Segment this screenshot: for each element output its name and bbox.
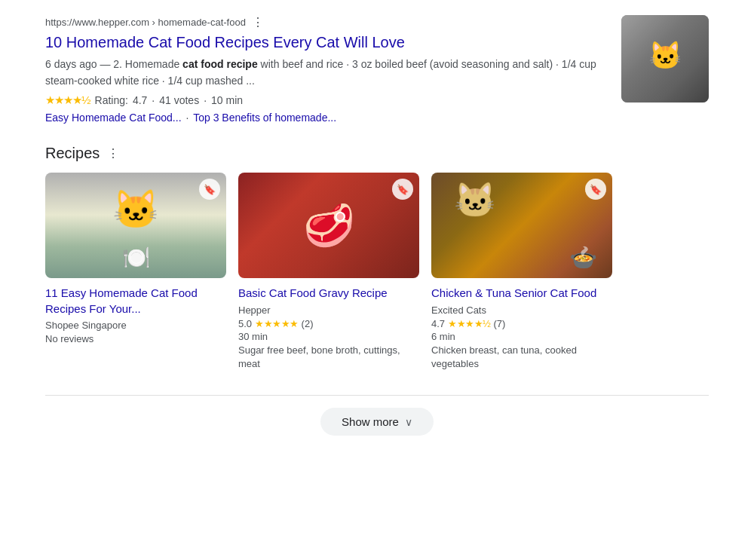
recipe-card-1[interactable]: 🔖 11 Easy Homemade Cat Food Recipes For …	[45, 173, 226, 371]
result-thumbnail[interactable]	[621, 15, 709, 103]
show-more-row: Show more ∨	[45, 395, 709, 436]
recipe-card-2-stars: ★★★★★	[255, 318, 299, 329]
chevron-down-icon: ∨	[405, 416, 412, 428]
recipe-card-2-ingredients: Sugar free beef, bone broth, cuttings, m…	[238, 344, 419, 371]
result-content: https://www.hepper.com › homemade-cat-fo…	[45, 15, 609, 124]
result-rating-row: ★★★★½ Rating: 4.7 · 41 votes · 10 min	[45, 93, 609, 107]
recipe-card-3-rating: 4.7 ★★★★½ (7)	[431, 318, 612, 329]
recipe-card-3-ingredients: Chicken breast, can tuna, cooked vegetab…	[431, 344, 612, 371]
rating-separator1: ·	[152, 94, 155, 106]
recipe-card-3[interactable]: 🔖 Chicken & Tuna Senior Cat Food Excited…	[431, 173, 612, 371]
link-separator: ·	[185, 112, 192, 124]
rating-value: 4.7	[133, 94, 147, 106]
recipe-card-3-image: 🔖	[431, 173, 612, 278]
top-search-result: https://www.hepper.com › homemade-cat-fo…	[45, 15, 709, 124]
result-title-link[interactable]: 10 Homemade Cat Food Recipes Every Cat W…	[45, 32, 609, 52]
recipe-card-2-rating: 5.0 ★★★★★ (2)	[238, 318, 419, 329]
rating-stars: ★★★★½	[45, 93, 90, 107]
bookmark-icon-3: 🔖	[590, 184, 602, 195]
recipe-card-3-stars: ★★★★½	[448, 318, 490, 329]
result-url-row: https://www.hepper.com › homemade-cat-fo…	[45, 15, 609, 29]
bookmark-icon-2: 🔖	[397, 184, 409, 195]
bookmark-button-2[interactable]: 🔖	[392, 179, 413, 200]
recipe-card-3-time: 6 min	[431, 331, 612, 342]
recipe-card-2[interactable]: 🔖 Basic Cat Food Gravy Recipe Hepper 5.0…	[238, 173, 419, 371]
recipes-section-title: Recipes	[45, 145, 100, 162]
recipe-card-3-source: Excited Cats	[431, 304, 612, 316]
recipe-card-2-time: 30 min	[238, 331, 419, 342]
recipe-card-3-title[interactable]: Chicken & Tuna Senior Cat Food	[431, 286, 612, 301]
recipe-card-2-title[interactable]: Basic Cat Food Gravy Recipe	[238, 286, 419, 301]
rating-separator2: ·	[204, 94, 207, 106]
bookmark-icon-1: 🔖	[204, 184, 216, 195]
show-more-label: Show more	[342, 415, 399, 428]
rating-time: 10 min	[211, 94, 243, 106]
result-snippet: 6 days ago — 2. Homemade cat food recipe…	[45, 57, 609, 89]
recipes-section: Recipes ⋮ 🔖 11 Easy Homemade Cat Food Re…	[45, 145, 709, 371]
show-more-button[interactable]: Show more ∨	[320, 408, 434, 436]
recipe-card-3-votes: (7)	[493, 318, 505, 329]
result-url: https://www.hepper.com › homemade-cat-fo…	[45, 17, 246, 28]
recipes-header: Recipes ⋮	[45, 145, 709, 162]
snippet-bold: cat food recipe	[182, 58, 258, 70]
recipe-card-2-votes: (2)	[302, 318, 314, 329]
rating-votes: 41 votes	[159, 94, 199, 106]
recipe-card-2-source: Hepper	[238, 304, 419, 316]
bookmark-button-3[interactable]: 🔖	[585, 179, 606, 200]
recipes-options-icon[interactable]: ⋮	[107, 146, 119, 161]
recipe-card-1-source: Shopee Singapore	[45, 320, 226, 331]
recipe-card-1-title[interactable]: 11 Easy Homemade Cat Food Recipes For Yo…	[45, 286, 226, 317]
recipe-card-2-image: 🔖	[238, 173, 419, 278]
thumbnail-image	[621, 15, 709, 103]
recipe-card-2-rating-value: 5.0	[238, 318, 252, 329]
recipe-card-3-rating-value: 4.7	[431, 318, 445, 329]
recipe-card-1-reviews: No reviews	[45, 333, 226, 344]
bookmark-button-1[interactable]: 🔖	[199, 179, 220, 200]
sub-link-2[interactable]: Top 3 Benefits of homemade...	[193, 112, 336, 124]
recipe-cards-container: 🔖 11 Easy Homemade Cat Food Recipes For …	[45, 173, 709, 371]
snippet-plain: 6 days ago — 2. Homemade	[45, 58, 182, 70]
recipe-card-1-image: 🔖	[45, 173, 226, 278]
result-options-icon[interactable]: ⋮	[252, 15, 264, 29]
sub-link-1[interactable]: Easy Homemade Cat Food...	[45, 112, 182, 124]
result-sub-links: Easy Homemade Cat Food... · Top 3 Benefi…	[45, 112, 609, 124]
rating-label: Rating:	[95, 94, 128, 106]
